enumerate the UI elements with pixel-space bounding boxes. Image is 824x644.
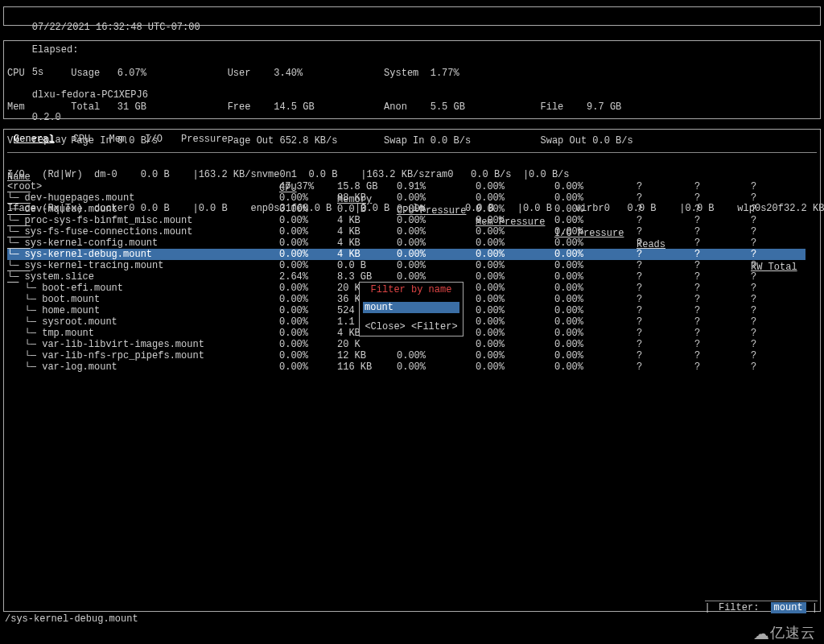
cell-cpu-pressure: 0.00% — [397, 350, 453, 361]
cell-cpu-pressure: 0.00% — [397, 192, 453, 204]
cell-rw-total: ? — [751, 361, 791, 373]
table-row[interactable]: └─ dev-hugepages.mount0.00%88 KB0.00%0.0… — [7, 192, 805, 204]
cell-io-pressure: 0.00% — [554, 305, 611, 316]
cell-name: └─ dev-mqueue.mount — [7, 204, 273, 215]
cell-mem-pressure: 0.00% — [476, 249, 532, 260]
watermark: ☁亿速云 — [753, 627, 816, 639]
cell-mem-pressure: 0.00% — [476, 305, 532, 316]
cell-name: └─ boot-efi.mount — [7, 283, 273, 294]
table-row[interactable]: └─ var-lib-libvirt-images.mount0.00%20 K… — [7, 339, 805, 350]
header-frame: 07/22/2021 16:32:48 UTC-07:00 Elapsed: 5… — [3, 6, 821, 26]
cell-mem-pressure: 0.00% — [476, 328, 532, 339]
cell-reads: ? — [637, 361, 669, 373]
cell-io-pressure: 0.00% — [554, 316, 611, 328]
tab-io[interactable]: I/O — [138, 134, 169, 145]
cell-mem-pressure: 0.00% — [476, 237, 532, 249]
cell-rw-total: ? — [751, 316, 791, 328]
cell-rw-total: ? — [751, 271, 791, 283]
divider — [7, 152, 817, 153]
cell-reads: ? — [637, 271, 669, 283]
cell-memory: 0.0 B — [337, 204, 389, 215]
cell-cpu-pressure: 0.00% — [397, 226, 453, 237]
filter-input[interactable] — [363, 302, 459, 313]
cell-cpu-pressure: 0.91% — [397, 181, 453, 192]
cell-memory: 8.3 GB — [337, 271, 389, 283]
cell-mem-pressure: 0.00% — [476, 294, 532, 305]
cell-cpu-pressure: 0.00% — [397, 361, 453, 373]
cell-mem-pressure: 0.00% — [476, 226, 532, 237]
cell-io-pressure: 0.00% — [554, 192, 611, 204]
cell-reads: ? — [637, 294, 669, 305]
cell-reads: ? — [637, 316, 669, 328]
cell-cpu: 0.00% — [279, 226, 323, 237]
cell-io-pressure: 0.00% — [554, 294, 611, 305]
cell-reads: ? — [637, 283, 669, 294]
filter-dialog-title: Filter by name — [363, 284, 459, 295]
watermark-text: 亿速云 — [770, 625, 816, 641]
close-button[interactable]: <Close> — [365, 321, 405, 332]
cell-cpu-pressure: 0.00% — [397, 271, 453, 283]
cell-io-pressure: 0.00% — [554, 237, 611, 249]
table-row[interactable]: └─ proc-sys-fs-binfmt_misc.mount0.00%4 K… — [7, 215, 805, 226]
cell-io-pressure: 0.00% — [554, 249, 611, 260]
cell-cpu: 2.64% — [279, 271, 323, 283]
cell-io-pressure: 0.00% — [554, 361, 611, 373]
cell-rw-total: ? — [751, 294, 791, 305]
status-filter-label: Filter: — [716, 602, 761, 613]
table-row[interactable]: └─ var-lib-nfs-rpc_pipefs.mount0.00%12 K… — [7, 350, 805, 361]
tab-general[interactable]: General — [7, 134, 60, 145]
tab-cpu[interactable]: CPU — [67, 134, 97, 145]
filter-button[interactable]: <Filter> — [411, 321, 458, 332]
table-row[interactable]: └─ var-log.mount0.00%116 KB0.00%0.00%0.0… — [7, 361, 805, 373]
cell-writes: ? — [694, 260, 727, 271]
cell-rw-total: ? — [751, 249, 791, 260]
cell-name: └─ sys-kernel-tracing.mount — [7, 260, 273, 271]
table-row[interactable]: <root>47.37%15.8 GB0.91%0.00%0.00%??? — [7, 181, 805, 192]
cell-reads: ? — [637, 215, 669, 226]
cell-memory: 20 K — [337, 339, 389, 350]
table-row[interactable]: └─ sys-kernel-tracing.mount0.00%0.0 B0.0… — [7, 260, 805, 271]
cell-memory: 88 KB — [337, 192, 389, 204]
table-rows: <root>47.37%15.8 GB0.91%0.00%0.00%???└─ … — [7, 181, 805, 373]
table-row[interactable]: └─ system.slice2.64%8.3 GB0.00%0.00%0.00… — [7, 271, 805, 283]
status-filter-value: mount — [771, 602, 806, 613]
cell-name: └─ dev-hugepages.mount — [7, 192, 273, 204]
cell-memory: 4 KB — [337, 226, 389, 237]
cell-name: └─ var-log.mount — [7, 361, 273, 373]
table-row[interactable]: └─ sys-fs-fuse-connections.mount0.00%4 K… — [7, 226, 805, 237]
cell-rw-total: ? — [751, 339, 791, 350]
cell-name: └─ sys-kernel-config.mount — [7, 237, 273, 249]
cell-reads: ? — [637, 226, 669, 237]
cell-reads: ? — [637, 260, 669, 271]
table-row[interactable]: └─ sys-kernel-debug.mount0.00%4 KB0.00%0… — [7, 249, 805, 260]
cell-cpu-pressure: 0.00% — [397, 249, 453, 260]
table-row[interactable]: └─ dev-mqueue.mount0.00%0.0 B0.00%0.00%0… — [7, 204, 805, 215]
tab-bar: General CPU Mem I/O Pressure — [7, 134, 234, 145]
tab-pressure[interactable]: Pressure — [175, 134, 234, 145]
cell-mem-pressure: 0.00% — [476, 215, 532, 226]
cell-writes: ? — [694, 215, 727, 226]
cell-reads: ? — [637, 204, 669, 215]
cell-io-pressure: 0.00% — [554, 328, 611, 339]
cell-writes: ? — [694, 237, 727, 249]
cell-name: └─ var-lib-libvirt-images.mount — [7, 339, 273, 350]
cell-rw-total: ? — [751, 260, 791, 271]
cell-rw-total: ? — [751, 215, 791, 226]
cell-reads: ? — [637, 328, 669, 339]
cell-cpu: 0.00% — [279, 215, 323, 226]
cell-name: └─ home.mount — [7, 305, 273, 316]
table-row[interactable]: └─ sys-kernel-config.mount0.00%4 KB0.00%… — [7, 237, 805, 249]
tab-mem[interactable]: Mem — [102, 134, 133, 145]
cell-cpu: 47.37% — [279, 181, 323, 192]
status-pipe: | — [705, 602, 716, 613]
cell-writes: ? — [694, 181, 727, 192]
filter-dialog-buttons: <Close> <Filter> — [363, 321, 459, 332]
cell-name: └─ var-lib-nfs-rpc_pipefs.mount — [7, 350, 273, 361]
cell-io-pressure: 0.00% — [554, 339, 611, 350]
cell-writes: ? — [694, 283, 727, 294]
cell-reads: ? — [637, 181, 669, 192]
cell-rw-total: ? — [751, 226, 791, 237]
cell-mem-pressure: 0.00% — [476, 204, 532, 215]
cell-reads: ? — [637, 249, 669, 260]
cell-memory: 4 KB — [337, 249, 389, 260]
